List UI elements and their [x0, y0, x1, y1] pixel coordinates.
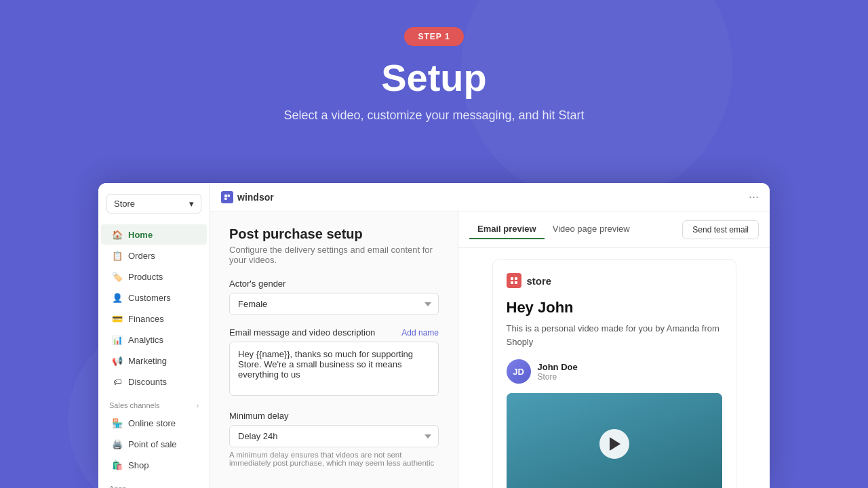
sidebar-label-products: Products: [128, 272, 163, 282]
sidebar: Store ▾ 🏠 Home 📋 Orders 🏷️ Products 👤 Cu…: [98, 183, 210, 488]
windsor-logo-text: windsor: [237, 192, 274, 203]
discounts-icon: 🏷: [112, 376, 123, 387]
step-badge: STEP 1: [404, 27, 463, 46]
orders-icon: 📋: [112, 250, 123, 261]
email-body-text: This is a personal video made for you by…: [507, 322, 722, 348]
svg-rect-1: [228, 195, 231, 197]
sidebar-label-finances: Finances: [128, 314, 164, 324]
email-greeting: Hey John: [507, 299, 722, 317]
sidebar-label-home: Home: [128, 230, 153, 240]
sidebar-item-orders[interactable]: 📋 Orders: [101, 245, 207, 266]
sales-channels-chevron[interactable]: ›: [197, 402, 199, 409]
page-title: Setup: [0, 57, 868, 99]
store-logo-icon: [507, 273, 521, 288]
sales-channels-header: Sales channels ›: [98, 396, 210, 412]
preview-tabs: Email preview Video page preview: [469, 220, 638, 239]
sidebar-label-point-of-sale: Point of sale: [128, 439, 177, 449]
play-triangle-icon: [610, 437, 620, 451]
sender-name: John Doe: [538, 362, 578, 372]
point-of-sale-icon: 🖨️: [112, 439, 123, 449]
apps-header: Apps ›: [98, 479, 210, 488]
svg-rect-5: [511, 281, 513, 284]
sidebar-item-shop[interactable]: 🛍️ Shop: [101, 455, 207, 475]
sidebar-item-products[interactable]: 🏷️ Products: [101, 266, 207, 287]
sender-info: John Doe Store: [538, 362, 578, 382]
send-test-email-button[interactable]: Send test email: [682, 220, 759, 239]
online-store-icon: 🏪: [112, 418, 123, 428]
actor-gender-label: Actor's gender: [229, 279, 439, 289]
sidebar-label-online-store: Online store: [128, 418, 176, 428]
svg-rect-3: [511, 277, 513, 280]
products-icon: 🏷️: [112, 271, 123, 282]
marketing-icon: 📢: [112, 355, 123, 366]
finances-icon: 💳: [112, 313, 123, 324]
sender-store: Store: [538, 372, 578, 382]
sidebar-label-orders: Orders: [128, 251, 155, 261]
minimum-delay-select[interactable]: Delay 24h Delay 12h No delay: [229, 425, 439, 447]
svg-rect-2: [224, 197, 227, 200]
sidebar-item-discounts[interactable]: 🏷 Discounts: [101, 371, 207, 392]
email-message-textarea[interactable]: Hey {{name}}, thanks so much for support…: [229, 342, 439, 396]
sidebar-item-analytics[interactable]: 📊 Analytics: [101, 329, 207, 350]
windsor-menu-dots[interactable]: ···: [749, 190, 759, 204]
minimum-delay-hint: A minimum delay ensures that videos are …: [229, 451, 439, 467]
sender-avatar: JD: [507, 359, 531, 384]
windsor-icon-svg: [224, 194, 231, 201]
add-name-link[interactable]: Add name: [401, 328, 439, 338]
email-preview-content: store Hey John This is a personal video …: [458, 248, 770, 488]
preview-panel: Email preview Video page preview Send te…: [458, 211, 770, 488]
middle-right-body: Post purchase setup Configure the delive…: [210, 211, 770, 488]
store-icon-svg: [510, 277, 518, 285]
tab-email-preview[interactable]: Email preview: [469, 220, 545, 239]
play-button[interactable]: [599, 429, 629, 459]
email-card: store Hey John This is a personal video …: [492, 259, 736, 488]
sidebar-label-shop: Shop: [128, 460, 149, 470]
content-title: Post purchase setup: [229, 226, 439, 242]
actor-gender-select[interactable]: Female Male: [229, 293, 439, 315]
minimum-delay-group: Minimum delay Delay 24h Delay 12h No del…: [229, 411, 439, 467]
minimum-delay-label: Minimum delay: [229, 411, 439, 421]
sidebar-item-online-store[interactable]: 🏪 Online store: [101, 413, 207, 433]
hero-section: STEP 1 Setup Select a video, customize y…: [0, 0, 868, 123]
sidebar-item-customers[interactable]: 👤 Customers: [101, 287, 207, 308]
main-window: Store ▾ 🏠 Home 📋 Orders 🏷️ Products 👤 Cu…: [98, 183, 770, 488]
home-icon: 🏠: [112, 229, 123, 240]
preview-header: Email preview Video page preview Send te…: [458, 211, 770, 248]
store-selector[interactable]: Store ▾: [106, 194, 201, 214]
sidebar-item-home[interactable]: 🏠 Home: [101, 224, 207, 245]
email-message-group: Email message and video description Add …: [229, 327, 439, 399]
apps-label: Apps: [109, 485, 126, 488]
sidebar-item-finances[interactable]: 💳 Finances: [101, 308, 207, 329]
sidebar-item-marketing[interactable]: 📢 Marketing: [101, 350, 207, 371]
page-subtitle: Select a video, customize your messaging…: [0, 108, 868, 123]
email-message-label: Email message and video description: [229, 327, 375, 338]
video-thumbnail[interactable]: [507, 393, 722, 488]
analytics-icon: 📊: [112, 334, 123, 345]
sales-channels-label: Sales channels: [109, 401, 160, 409]
windsor-logo: windsor: [221, 191, 274, 203]
sidebar-label-customers: Customers: [128, 293, 171, 303]
apps-chevron[interactable]: ›: [197, 485, 199, 489]
store-name: store: [527, 275, 552, 287]
svg-rect-4: [515, 277, 517, 280]
shop-icon: 🛍️: [112, 460, 123, 470]
email-sender-row: JD John Doe Store: [507, 359, 722, 384]
form-content: Post purchase setup Configure the delive…: [210, 211, 458, 488]
windsor-header: windsor ···: [210, 183, 770, 211]
tab-video-preview[interactable]: Video page preview: [545, 220, 638, 239]
svg-rect-0: [224, 195, 227, 197]
email-store-logo-row: store: [507, 273, 722, 288]
sidebar-item-point-of-sale[interactable]: 🖨️ Point of sale: [101, 434, 207, 454]
actor-gender-group: Actor's gender Female Male: [229, 279, 439, 315]
content-area: windsor ··· Post purchase setup Configur…: [210, 183, 770, 488]
email-message-label-row: Email message and video description Add …: [229, 327, 439, 338]
windsor-logo-icon: [221, 191, 233, 203]
customers-icon: 👤: [112, 292, 123, 303]
svg-rect-6: [515, 281, 517, 284]
sidebar-label-analytics: Analytics: [128, 335, 163, 345]
store-selector-value: Store: [114, 199, 135, 209]
content-subtitle: Configure the delivery settings and emai…: [229, 245, 439, 265]
store-selector-chevron: ▾: [189, 199, 194, 209]
sidebar-label-marketing: Marketing: [128, 356, 167, 366]
sidebar-label-discounts: Discounts: [128, 377, 167, 387]
